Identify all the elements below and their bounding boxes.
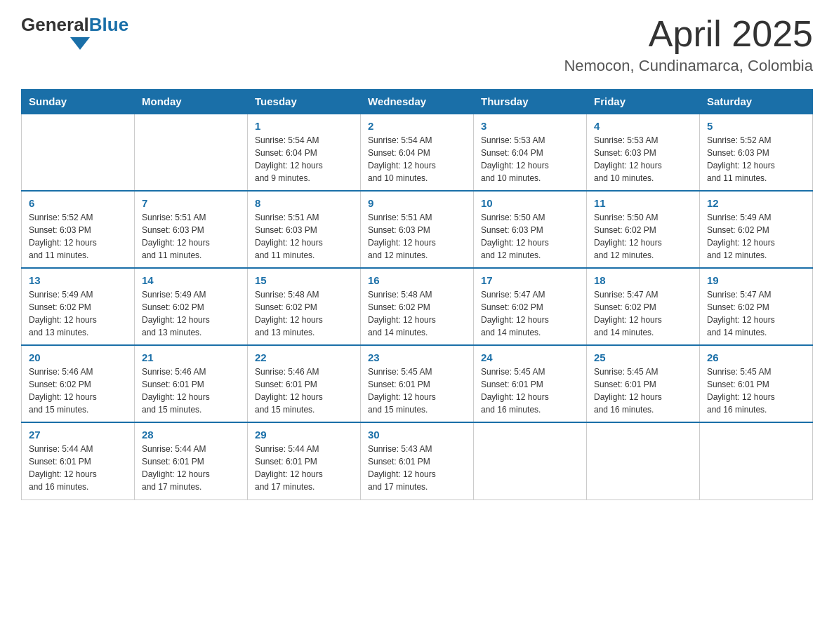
day-info: Sunrise: 5:54 AMSunset: 6:04 PMDaylight:… <box>368 134 466 185</box>
day-info: Sunrise: 5:49 AMSunset: 6:02 PMDaylight:… <box>29 288 127 339</box>
calendar-cell: 10Sunrise: 5:50 AMSunset: 6:03 PMDayligh… <box>474 191 587 268</box>
day-number: 1 <box>255 120 353 132</box>
calendar-cell: 25Sunrise: 5:45 AMSunset: 6:01 PMDayligh… <box>587 345 700 422</box>
day-number: 3 <box>481 120 579 132</box>
day-info: Sunrise: 5:45 AMSunset: 6:01 PMDaylight:… <box>368 365 466 416</box>
location-subtitle: Nemocon, Cundinamarca, Colombia <box>564 57 813 75</box>
weekday-header-sunday: Sunday <box>22 90 135 114</box>
day-info: Sunrise: 5:49 AMSunset: 6:02 PMDaylight:… <box>707 211 805 262</box>
calendar-cell <box>22 114 135 191</box>
calendar-cell: 23Sunrise: 5:45 AMSunset: 6:01 PMDayligh… <box>361 345 474 422</box>
day-info: Sunrise: 5:46 AMSunset: 6:01 PMDaylight:… <box>142 365 240 416</box>
day-number: 12 <box>707 197 805 209</box>
day-info: Sunrise: 5:47 AMSunset: 6:02 PMDaylight:… <box>707 288 805 339</box>
month-title: April 2025 <box>564 14 813 54</box>
logo-general: General <box>21 14 89 35</box>
day-info: Sunrise: 5:47 AMSunset: 6:02 PMDaylight:… <box>481 288 579 339</box>
day-info: Sunrise: 5:52 AMSunset: 6:03 PMDaylight:… <box>29 211 127 262</box>
calendar-cell: 16Sunrise: 5:48 AMSunset: 6:02 PMDayligh… <box>361 268 474 345</box>
logo-triangle-icon <box>70 37 90 50</box>
day-number: 5 <box>707 120 805 132</box>
day-info: Sunrise: 5:50 AMSunset: 6:02 PMDaylight:… <box>594 211 692 262</box>
day-number: 10 <box>481 197 579 209</box>
weekday-header-wednesday: Wednesday <box>361 90 474 114</box>
day-number: 23 <box>368 351 466 363</box>
day-number: 19 <box>707 274 805 286</box>
calendar-cell: 29Sunrise: 5:44 AMSunset: 6:01 PMDayligh… <box>248 422 361 499</box>
calendar-cell: 22Sunrise: 5:46 AMSunset: 6:01 PMDayligh… <box>248 345 361 422</box>
calendar-cell: 14Sunrise: 5:49 AMSunset: 6:02 PMDayligh… <box>135 268 248 345</box>
calendar-cell: 27Sunrise: 5:44 AMSunset: 6:01 PMDayligh… <box>22 422 135 499</box>
calendar-cell: 11Sunrise: 5:50 AMSunset: 6:02 PMDayligh… <box>587 191 700 268</box>
calendar-cell: 17Sunrise: 5:47 AMSunset: 6:02 PMDayligh… <box>474 268 587 345</box>
day-info: Sunrise: 5:50 AMSunset: 6:03 PMDaylight:… <box>481 211 579 262</box>
calendar-cell: 8Sunrise: 5:51 AMSunset: 6:03 PMDaylight… <box>248 191 361 268</box>
day-info: Sunrise: 5:45 AMSunset: 6:01 PMDaylight:… <box>594 365 692 416</box>
calendar-week-row: 27Sunrise: 5:44 AMSunset: 6:01 PMDayligh… <box>22 422 813 499</box>
weekday-header-row: SundayMondayTuesdayWednesdayThursdayFrid… <box>22 90 813 114</box>
calendar-cell: 20Sunrise: 5:46 AMSunset: 6:02 PMDayligh… <box>22 345 135 422</box>
calendar-cell: 7Sunrise: 5:51 AMSunset: 6:03 PMDaylight… <box>135 191 248 268</box>
calendar-cell <box>587 422 700 499</box>
calendar-cell <box>700 422 813 499</box>
day-number: 4 <box>594 120 692 132</box>
day-info: Sunrise: 5:51 AMSunset: 6:03 PMDaylight:… <box>368 211 466 262</box>
day-number: 20 <box>29 351 127 363</box>
calendar-week-row: 20Sunrise: 5:46 AMSunset: 6:02 PMDayligh… <box>22 345 813 422</box>
day-number: 27 <box>29 429 127 441</box>
logo-blue: Blue <box>89 14 128 35</box>
day-info: Sunrise: 5:48 AMSunset: 6:02 PMDaylight:… <box>255 288 353 339</box>
calendar-cell: 4Sunrise: 5:53 AMSunset: 6:03 PMDaylight… <box>587 114 700 191</box>
day-number: 22 <box>255 351 353 363</box>
calendar-cell: 9Sunrise: 5:51 AMSunset: 6:03 PMDaylight… <box>361 191 474 268</box>
calendar-cell: 15Sunrise: 5:48 AMSunset: 6:02 PMDayligh… <box>248 268 361 345</box>
calendar-header: SundayMondayTuesdayWednesdayThursdayFrid… <box>22 90 813 114</box>
calendar-cell: 3Sunrise: 5:53 AMSunset: 6:04 PMDaylight… <box>474 114 587 191</box>
calendar-cell: 12Sunrise: 5:49 AMSunset: 6:02 PMDayligh… <box>700 191 813 268</box>
calendar-cell: 19Sunrise: 5:47 AMSunset: 6:02 PMDayligh… <box>700 268 813 345</box>
day-number: 15 <box>255 274 353 286</box>
weekday-header-tuesday: Tuesday <box>248 90 361 114</box>
day-info: Sunrise: 5:44 AMSunset: 6:01 PMDaylight:… <box>255 443 353 493</box>
logo-text: GeneralBlue <box>21 14 128 50</box>
day-number: 21 <box>142 351 240 363</box>
calendar-cell <box>135 114 248 191</box>
calendar-cell: 24Sunrise: 5:45 AMSunset: 6:01 PMDayligh… <box>474 345 587 422</box>
day-info: Sunrise: 5:51 AMSunset: 6:03 PMDaylight:… <box>142 211 240 262</box>
day-info: Sunrise: 5:49 AMSunset: 6:02 PMDaylight:… <box>142 288 240 339</box>
day-info: Sunrise: 5:47 AMSunset: 6:02 PMDaylight:… <box>594 288 692 339</box>
day-number: 28 <box>142 429 240 441</box>
day-number: 18 <box>594 274 692 286</box>
calendar-cell: 26Sunrise: 5:45 AMSunset: 6:01 PMDayligh… <box>700 345 813 422</box>
day-number: 24 <box>481 351 579 363</box>
day-info: Sunrise: 5:43 AMSunset: 6:01 PMDaylight:… <box>368 443 466 493</box>
day-info: Sunrise: 5:45 AMSunset: 6:01 PMDaylight:… <box>481 365 579 416</box>
logo: GeneralBlue <box>21 14 128 50</box>
day-info: Sunrise: 5:52 AMSunset: 6:03 PMDaylight:… <box>707 134 805 185</box>
calendar-cell: 21Sunrise: 5:46 AMSunset: 6:01 PMDayligh… <box>135 345 248 422</box>
day-number: 29 <box>255 429 353 441</box>
day-info: Sunrise: 5:48 AMSunset: 6:02 PMDaylight:… <box>368 288 466 339</box>
day-number: 7 <box>142 197 240 209</box>
calendar-cell: 30Sunrise: 5:43 AMSunset: 6:01 PMDayligh… <box>361 422 474 499</box>
day-number: 9 <box>368 197 466 209</box>
calendar-cell: 2Sunrise: 5:54 AMSunset: 6:04 PMDaylight… <box>361 114 474 191</box>
day-info: Sunrise: 5:51 AMSunset: 6:03 PMDaylight:… <box>255 211 353 262</box>
day-number: 2 <box>368 120 466 132</box>
weekday-header-thursday: Thursday <box>474 90 587 114</box>
day-number: 13 <box>29 274 127 286</box>
day-number: 26 <box>707 351 805 363</box>
day-info: Sunrise: 5:54 AMSunset: 6:04 PMDaylight:… <box>255 134 353 185</box>
calendar-table: SundayMondayTuesdayWednesdayThursdayFrid… <box>21 89 813 500</box>
title-block: April 2025 Nemocon, Cundinamarca, Colomb… <box>564 14 813 75</box>
calendar-cell: 5Sunrise: 5:52 AMSunset: 6:03 PMDaylight… <box>700 114 813 191</box>
page-header: GeneralBlue April 2025 Nemocon, Cundinam… <box>21 14 813 75</box>
calendar-week-row: 6Sunrise: 5:52 AMSunset: 6:03 PMDaylight… <box>22 191 813 268</box>
day-info: Sunrise: 5:53 AMSunset: 6:04 PMDaylight:… <box>481 134 579 185</box>
day-info: Sunrise: 5:45 AMSunset: 6:01 PMDaylight:… <box>707 365 805 416</box>
calendar-week-row: 13Sunrise: 5:49 AMSunset: 6:02 PMDayligh… <box>22 268 813 345</box>
day-number: 11 <box>594 197 692 209</box>
day-number: 17 <box>481 274 579 286</box>
calendar-cell: 1Sunrise: 5:54 AMSunset: 6:04 PMDaylight… <box>248 114 361 191</box>
calendar-cell: 18Sunrise: 5:47 AMSunset: 6:02 PMDayligh… <box>587 268 700 345</box>
